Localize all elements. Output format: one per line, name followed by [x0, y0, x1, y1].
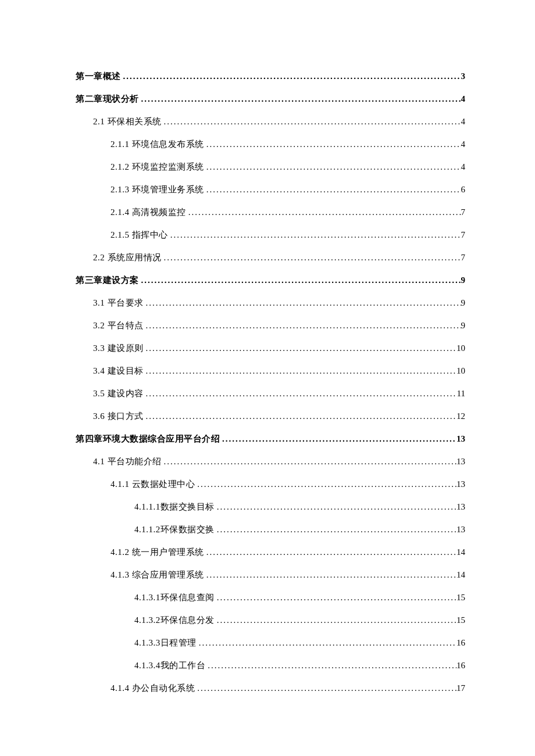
toc-page-number: 9	[461, 274, 466, 287]
toc-leader-dots: ........................................…	[195, 682, 456, 695]
toc-title: 4.1.2 统一用户管理系统	[110, 546, 204, 559]
toc-entry[interactable]: 2.2 系统应用情况..............................…	[93, 251, 465, 264]
toc-title: 3.4 建设目标	[93, 364, 144, 378]
toc-title: 第三章建设方案	[76, 274, 139, 287]
toc-leader-dots: ........................................…	[205, 659, 456, 672]
toc-leader-dots: ........................................…	[215, 500, 456, 514]
toc-title: 第二章现状分析	[76, 92, 139, 106]
toc-page-number: 16	[456, 659, 465, 672]
toc-page-number: 13	[456, 500, 465, 514]
toc-entry[interactable]: 第三章建设方案.................................…	[76, 274, 465, 287]
toc-entry[interactable]: 3.2 平台特点................................…	[93, 319, 465, 332]
toc-entry[interactable]: 2.1.4 高清视频监控............................…	[110, 206, 465, 219]
toc-entry[interactable]: 4.1.2 统一用户管理系统..........................…	[110, 546, 465, 559]
toc-page-number: 14	[456, 546, 465, 559]
toc-leader-dots: ........................................…	[144, 296, 461, 310]
toc-entry[interactable]: 4.1.3.1环保信息查阅...........................…	[134, 591, 465, 604]
toc-title: 3.5 建设内容	[93, 387, 144, 400]
toc-page-number: 4	[461, 115, 466, 128]
toc-page-number: 11	[457, 387, 465, 400]
toc-title: 第一章概述	[76, 70, 121, 83]
toc-page-number: 9	[461, 319, 466, 332]
toc-entry[interactable]: 4.1.4 办公自动化系统...........................…	[110, 682, 465, 695]
toc-title: 4.1.3.1环保信息查阅	[134, 591, 215, 604]
toc-page-number: 3	[461, 70, 466, 83]
toc-leader-dots: ........................................…	[220, 432, 456, 446]
toc-leader-dots: ........................................…	[186, 206, 461, 219]
toc-leader-dots: ........................................…	[144, 342, 457, 355]
toc-entry[interactable]: 2.1 环保相关系统..............................…	[93, 115, 465, 128]
toc-title: 4.1.1.2环保数据交换	[134, 523, 215, 536]
toc-title: 4.1.4 办公自动化系统	[110, 682, 195, 695]
toc-title: 4.1.1 云数据处理中心	[110, 478, 195, 491]
toc-leader-dots: ........................................…	[215, 614, 456, 627]
toc-entry[interactable]: 4.1.1.2环保数据交换...........................…	[134, 523, 465, 536]
toc-page-number: 7	[461, 206, 466, 219]
toc-page-number: 14	[456, 568, 465, 582]
toc-entry[interactable]: 2.1.1 环境信息发布系统..........................…	[110, 138, 465, 151]
toc-title: 2.1.4 高清视频监控	[110, 206, 186, 219]
toc-page-number: 16	[456, 636, 465, 650]
toc-entry[interactable]: 第一章概述...................................…	[76, 70, 465, 83]
table-of-contents: 第一章概述...................................…	[76, 70, 465, 695]
toc-leader-dots: ........................................…	[215, 523, 456, 536]
toc-page-number: 7	[461, 228, 466, 242]
toc-entry[interactable]: 3.1 平台要求................................…	[93, 296, 465, 310]
toc-leader-dots: ........................................…	[197, 636, 456, 650]
toc-entry[interactable]: 第四章环境大数据综合应用平台介绍........................…	[76, 432, 465, 446]
toc-leader-dots: ........................................…	[162, 251, 461, 264]
toc-entry[interactable]: 第二章现状分析.................................…	[76, 92, 465, 106]
toc-page-number: 15	[456, 591, 465, 604]
toc-entry[interactable]: 4.1 平台功能介绍..............................…	[93, 455, 465, 468]
toc-leader-dots: ........................................…	[144, 319, 461, 332]
toc-entry[interactable]: 3.4 建设目标................................…	[93, 364, 465, 378]
toc-title: 4.1.3.4我的工作台	[134, 659, 205, 672]
toc-page-number: 13	[456, 455, 465, 468]
toc-page-number: 7	[461, 251, 466, 264]
toc-entry[interactable]: 2.1.5 指挥中心..............................…	[110, 228, 465, 242]
toc-leader-dots: ........................................…	[162, 455, 457, 468]
toc-entry[interactable]: 3.3 建设原则................................…	[93, 342, 465, 355]
toc-title: 4.1.3.3日程管理	[134, 636, 197, 650]
toc-leader-dots: ........................................…	[144, 364, 457, 378]
toc-leader-dots: ........................................…	[139, 274, 461, 287]
toc-entry[interactable]: 4.1.3 综合应用管理系统..........................…	[110, 568, 465, 582]
toc-title: 第四章环境大数据综合应用平台介绍	[76, 432, 220, 446]
toc-leader-dots: ........................................…	[144, 410, 457, 423]
toc-title: 2.1.5 指挥中心	[110, 228, 168, 242]
toc-leader-dots: ........................................…	[204, 160, 461, 174]
toc-title: 2.1 环保相关系统	[93, 115, 162, 128]
toc-page-number: 10	[456, 364, 465, 378]
toc-title: 4.1.3 综合应用管理系统	[110, 568, 204, 582]
toc-entry[interactable]: 4.1.1.1数据交换目标...........................…	[134, 500, 465, 514]
toc-leader-dots: ........................................…	[204, 138, 461, 151]
toc-entry[interactable]: 4.1.1 云数据处理中心...........................…	[110, 478, 465, 491]
toc-leader-dots: ........................................…	[204, 546, 456, 559]
toc-leader-dots: ........................................…	[162, 115, 461, 128]
toc-page-number: 9	[461, 296, 466, 310]
toc-entry[interactable]: 2.1.2 环境监控监测系统..........................…	[110, 160, 465, 174]
toc-entry[interactable]: 4.1.3.3日程管理.............................…	[134, 636, 465, 650]
toc-entry[interactable]: 4.1.3.4我的工作台............................…	[134, 659, 465, 672]
toc-entry[interactable]: 3.5 建设内容................................…	[93, 387, 465, 400]
toc-title: 2.1.1 环境信息发布系统	[110, 138, 204, 151]
toc-entry[interactable]: 4.1.3.2环保信息分发...........................…	[134, 614, 465, 627]
toc-page: 第一章概述...................................…	[0, 0, 535, 695]
toc-leader-dots: ........................................…	[204, 568, 456, 582]
toc-title: 4.1 平台功能介绍	[93, 455, 162, 468]
toc-title: 3.6 接口方式	[93, 410, 144, 423]
toc-leader-dots: ........................................…	[204, 183, 461, 196]
toc-entry[interactable]: 3.6 接口方式................................…	[93, 410, 465, 423]
toc-title: 2.2 系统应用情况	[93, 251, 162, 264]
toc-leader-dots: ........................................…	[144, 387, 457, 400]
toc-leader-dots: ........................................…	[139, 92, 461, 106]
toc-title: 3.2 平台特点	[93, 319, 144, 332]
toc-page-number: 13	[456, 432, 465, 446]
toc-page-number: 4	[461, 138, 466, 151]
toc-leader-dots: ........................................…	[195, 478, 456, 491]
toc-title: 3.1 平台要求	[93, 296, 144, 310]
toc-leader-dots: ........................................…	[215, 591, 456, 604]
toc-entry[interactable]: 2.1.3 环境管理业务系统..........................…	[110, 183, 465, 196]
toc-title: 2.1.3 环境管理业务系统	[110, 183, 204, 196]
toc-page-number: 4	[461, 92, 466, 106]
